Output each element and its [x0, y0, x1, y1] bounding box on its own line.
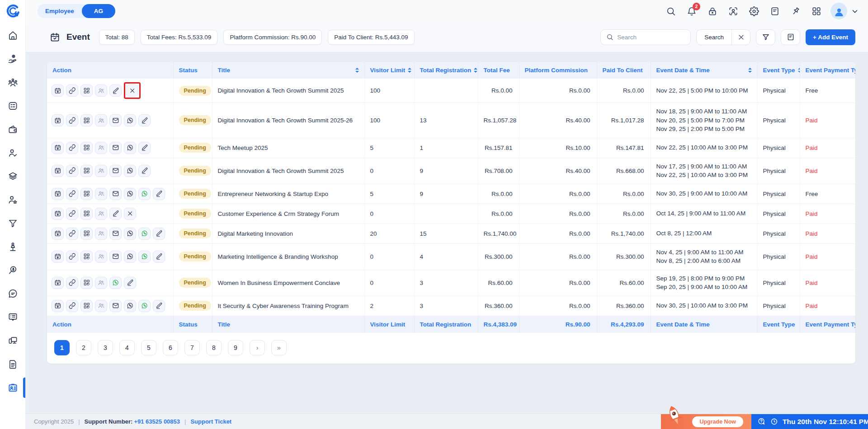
link-action-button[interactable]	[66, 251, 78, 263]
group-action-button[interactable]	[95, 114, 107, 126]
qr-action-button[interactable]	[80, 114, 93, 126]
search-input[interactable]	[617, 34, 685, 41]
page-button-4[interactable]: 4	[119, 340, 135, 355]
link-action-button[interactable]	[66, 114, 78, 126]
page-button-2[interactable]: 2	[76, 340, 91, 355]
role-toggle[interactable]: Employee AG	[38, 4, 115, 18]
sidebar-item-user-check[interactable]	[0, 147, 25, 159]
group-action-button[interactable]	[95, 277, 107, 289]
sidebar-item-search-coin[interactable]	[0, 265, 25, 276]
sort-icon[interactable]	[748, 68, 752, 73]
whatsapp-action-button[interactable]	[124, 188, 136, 200]
link-action-button[interactable]	[66, 300, 78, 312]
sidebar-item-user-star[interactable]	[0, 194, 25, 205]
link-action-button[interactable]	[66, 277, 78, 289]
whatsapp-green-action-button[interactable]	[138, 188, 151, 200]
page-button-9[interactable]: 9	[228, 340, 243, 355]
sidebar-item-checklist[interactable]	[0, 100, 25, 112]
note-button[interactable]	[770, 6, 780, 16]
sidebar-item-devices[interactable]	[0, 335, 25, 346]
column-header-event-type[interactable]: Event Type	[757, 62, 800, 79]
role-employee[interactable]: Employee	[38, 8, 82, 14]
calendar-action-button[interactable]	[52, 114, 64, 126]
group-action-button[interactable]	[95, 251, 107, 263]
calendar-action-button[interactable]	[52, 228, 64, 240]
page-button-3[interactable]: 3	[98, 340, 113, 355]
mail-action-button[interactable]	[109, 188, 122, 200]
qr-action-button[interactable]	[80, 142, 93, 154]
whatsapp-green-action-button[interactable]	[138, 300, 151, 312]
pencil-action-button[interactable]	[109, 208, 122, 220]
group-action-button[interactable]	[95, 208, 107, 220]
sidebar-item-hand-coin[interactable]	[0, 53, 25, 65]
notes-button[interactable]	[781, 29, 800, 45]
help-chat-icon[interactable]	[757, 417, 766, 426]
sidebar-item-file-text[interactable]	[0, 359, 25, 370]
calendar-action-button[interactable]	[52, 188, 64, 200]
whatsapp-action-button[interactable]	[124, 114, 136, 126]
clear-search-button[interactable]	[731, 30, 750, 45]
filter-button[interactable]	[756, 29, 775, 45]
mail-action-button[interactable]	[109, 165, 122, 177]
calendar-action-button[interactable]	[52, 84, 64, 97]
last-page-button[interactable]: »	[271, 340, 287, 355]
add-event-button[interactable]: + Add Event	[806, 29, 855, 45]
pin-button[interactable]	[791, 6, 801, 16]
face-scan-button[interactable]	[728, 6, 738, 16]
page-button-5[interactable]: 5	[141, 340, 156, 355]
mail-action-button[interactable]	[109, 142, 122, 154]
group-action-button[interactable]	[95, 188, 107, 200]
mail-action-button[interactable]	[109, 300, 122, 312]
qr-action-button[interactable]	[80, 208, 93, 220]
role-ag[interactable]: AG	[82, 4, 115, 18]
link-action-button[interactable]	[66, 188, 78, 200]
sidebar-item-meeting[interactable]	[0, 77, 25, 88]
next-page-button[interactable]: ›	[250, 340, 265, 355]
link-action-button[interactable]	[66, 165, 78, 177]
pencil-action-button[interactable]	[153, 228, 165, 240]
column-header-event-date-time[interactable]: Event Date & Time	[651, 62, 757, 79]
qr-action-button[interactable]	[80, 300, 93, 312]
mail-action-button[interactable]	[109, 228, 122, 240]
sidebar-item-wallet[interactable]	[0, 124, 25, 135]
whatsapp-action-button[interactable]	[124, 228, 136, 240]
whatsapp-green-action-button[interactable]	[109, 277, 122, 289]
qr-action-button[interactable]	[80, 228, 93, 240]
column-header-visitor-limit[interactable]: Visitor Limit	[364, 62, 414, 79]
avatar[interactable]	[830, 3, 847, 19]
whatsapp-action-button[interactable]	[124, 251, 136, 263]
pencil-action-button[interactable]	[109, 84, 122, 97]
page-button-6[interactable]: 6	[163, 340, 178, 355]
sort-icon[interactable]	[798, 68, 800, 73]
qr-action-button[interactable]	[80, 165, 93, 177]
sidebar-item-layers[interactable]	[0, 171, 25, 182]
pencil-action-button[interactable]	[153, 251, 165, 263]
sidebar-item-presenter[interactable]	[0, 241, 25, 252]
qr-action-button[interactable]	[80, 188, 93, 200]
qr-action-button[interactable]	[80, 277, 93, 289]
pencil-action-button[interactable]	[153, 300, 165, 312]
group-action-button[interactable]	[95, 228, 107, 240]
close-action-button[interactable]	[126, 84, 138, 97]
link-action-button[interactable]	[66, 84, 78, 97]
group-action-button[interactable]	[95, 84, 107, 97]
page-button-1[interactable]: 1	[54, 340, 70, 355]
chevron-down-icon[interactable]	[851, 7, 859, 15]
whatsapp-green-action-button[interactable]	[138, 228, 151, 240]
pencil-action-button[interactable]	[153, 188, 165, 200]
sidebar-item-home[interactable]	[0, 30, 25, 41]
group-action-button[interactable]	[95, 165, 107, 177]
pencil-action-button[interactable]	[124, 277, 136, 289]
search-button[interactable]: Search	[697, 30, 731, 45]
column-header-total-registration[interactable]: Total Registration	[414, 62, 478, 79]
sidebar-item-feedback[interactable]	[0, 312, 25, 323]
column-header-title[interactable]: Title	[212, 62, 364, 79]
grid-button[interactable]	[811, 6, 821, 16]
page-button-7[interactable]: 7	[184, 340, 200, 355]
pencil-action-button[interactable]	[138, 165, 151, 177]
qr-action-button[interactable]	[80, 84, 93, 97]
calendar-action-button[interactable]	[52, 251, 64, 263]
sidebar-item-filter[interactable]	[0, 218, 25, 229]
whatsapp-green-action-button[interactable]	[138, 251, 151, 263]
sidebar-item-chat[interactable]	[0, 288, 25, 299]
